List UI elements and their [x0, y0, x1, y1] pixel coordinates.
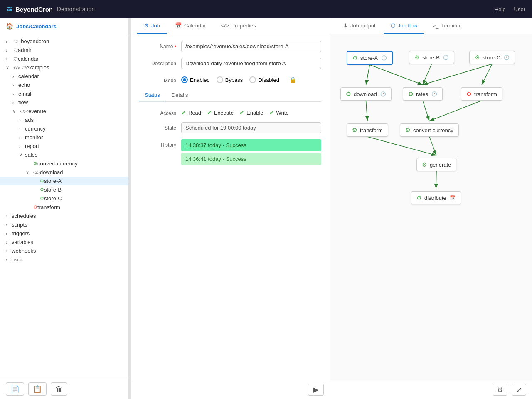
svg-line-8: [429, 101, 482, 121]
sidebar-item-currency[interactable]: ›currency: [0, 124, 128, 133]
tab-calendar[interactable]: 📅 Calendar: [168, 18, 213, 34]
center-panel-tabs: ⚙ Job 📅 Calendar </> Properties: [131, 18, 330, 34]
toggle-icon: ›: [6, 257, 10, 262]
tab-terminal[interactable]: >_ Terminal: [426, 18, 468, 34]
clock-icon: 🕐: [380, 91, 386, 97]
svg-line-4: [423, 64, 492, 85]
new-file-button[interactable]: 📄: [6, 382, 24, 396]
sidebar-item-user[interactable]: ›user: [0, 255, 128, 264]
delete-button[interactable]: 🗑: [51, 382, 67, 396]
sidebar-item-scripts[interactable]: ›scripts: [0, 220, 128, 229]
node-label: transform: [474, 91, 497, 97]
write-label: Write: [276, 110, 289, 116]
tab-properties[interactable]: </> Properties: [214, 18, 263, 34]
sidebar-header: 🏠 Jobs/Calendars: [0, 18, 128, 34]
user-menu[interactable]: User: [514, 6, 525, 12]
sidebar-item-email[interactable]: ›email: [0, 89, 128, 98]
sidebar-item-store-B[interactable]: ⚙store-B: [0, 185, 128, 194]
flow-node-store-B[interactable]: ⚙store-B🕐: [409, 51, 454, 64]
sidebar-item-ads[interactable]: ›ads: [0, 116, 128, 124]
gear-icon: ⚙: [346, 91, 351, 97]
tab-job-label: Job: [151, 22, 160, 29]
settings-button[interactable]: ⚙: [493, 384, 507, 396]
history-list: 14:38:37 today - Success 14:36:41 today …: [181, 139, 321, 165]
description-input[interactable]: [181, 58, 321, 69]
sidebar-item-calendar2[interactable]: ›calendar: [0, 72, 128, 81]
name-input[interactable]: [181, 41, 321, 52]
sidebar-item-schedules[interactable]: ›schedules: [0, 212, 128, 220]
fullscreen-button[interactable]: ⤢: [512, 384, 526, 396]
tab-details[interactable]: Details: [166, 89, 194, 101]
flow-node-transform-top[interactable]: ⚙transform: [461, 87, 502, 101]
play-button[interactable]: ▶: [308, 384, 324, 396]
flow-node-distribute[interactable]: ⚙distribute📅: [411, 191, 461, 204]
tab-job-output[interactable]: ⬇ Job output: [337, 18, 382, 34]
sidebar-item-sales[interactable]: ∨sales: [0, 150, 128, 159]
flow-node-rates[interactable]: ⚙rates🕐: [403, 87, 443, 101]
center-panel: ⚙ Job 📅 Calendar </> Properties Name Des…: [131, 18, 330, 399]
tab-status[interactable]: Status: [139, 89, 166, 101]
node-label: rates: [416, 91, 428, 97]
sidebar-item-variables[interactable]: ›variables: [0, 238, 128, 246]
copy-button[interactable]: 📋: [28, 382, 47, 396]
mode-bypass-option[interactable]: Bypass: [217, 76, 243, 83]
flow-node-store-C[interactable]: ⚙store-C🕐: [469, 51, 515, 64]
sidebar-footer: 📄 📋 🗑: [0, 379, 128, 399]
code-icon: </>: [33, 170, 40, 175]
sidebar-item-store-A[interactable]: ⚙store-A: [0, 177, 128, 185]
toggle-icon: ›: [19, 126, 23, 131]
sidebar-item-label: echo: [18, 82, 30, 88]
tab-job-flow[interactable]: ⬡ Job flow: [384, 18, 424, 34]
sidebar-item-webhooks[interactable]: ›webhooks: [0, 246, 128, 255]
access-write: ✔ Write: [269, 109, 289, 116]
green-gear-icon: ⚙: [33, 161, 37, 166]
sidebar-item-flow[interactable]: ›flow: [0, 98, 128, 107]
radio-bypass[interactable]: [217, 76, 223, 83]
mode-row: Mode Enabled Bypass Disabled 🔒: [139, 75, 321, 84]
right-panel-footer: ⚙ ⤢: [330, 380, 532, 399]
flow-node-convert-currency[interactable]: ⚙convert-currency: [400, 123, 459, 137]
sidebar-item-_beyondcron[interactable]: ›🛡_beyondcron: [0, 37, 128, 46]
access-label: Access: [139, 108, 176, 116]
state-label: State: [139, 122, 176, 131]
gear-icon: ⚙: [352, 54, 358, 61]
help-link[interactable]: Help: [495, 6, 506, 12]
sidebar-item-calendar[interactable]: ›🛡calendar: [0, 54, 128, 63]
sidebar-item-revenue[interactable]: ∨</>revenue: [0, 107, 128, 116]
sidebar-item-monitor[interactable]: ›monitor: [0, 133, 128, 142]
mode-enabled-option[interactable]: Enabled: [181, 76, 210, 83]
radio-disabled[interactable]: [249, 76, 256, 83]
center-panel-footer: ▶: [131, 380, 330, 399]
sidebar-item-label: currency: [25, 126, 46, 132]
gear-icon: ⚙: [416, 195, 422, 201]
sidebar-item-report[interactable]: ›report: [0, 142, 128, 150]
clock-icon: 🕐: [431, 91, 437, 97]
mode-bypass-label: Bypass: [225, 77, 243, 83]
sidebar-item-echo[interactable]: ›echo: [0, 81, 128, 89]
sidebar-item-admin[interactable]: ›🛡admin: [0, 46, 128, 54]
flow-node-generate[interactable]: ⚙generate: [416, 158, 456, 171]
mode-enabled-label: Enabled: [190, 77, 210, 83]
history-item-0[interactable]: 14:38:37 today - Success: [181, 139, 321, 151]
sidebar-item-label: webhooks: [12, 248, 36, 254]
sidebar-item-examples[interactable]: ∨</>🛡examples: [0, 63, 128, 72]
sidebar-item-convert-currency[interactable]: ⚙convert-currency: [0, 159, 128, 168]
svg-line-11: [436, 171, 436, 189]
radio-enabled[interactable]: [181, 76, 188, 83]
flow-node-store-A[interactable]: ⚙store-A🕐: [347, 51, 393, 65]
mode-disabled-option[interactable]: Disabled: [249, 76, 279, 83]
breadcrumb[interactable]: Jobs/Calendars: [16, 23, 57, 30]
code-icon: </>: [13, 65, 20, 70]
sidebar-item-store-C[interactable]: ⚙store-C: [0, 194, 128, 203]
flow-node-download[interactable]: ⚙download🕐: [340, 87, 392, 101]
sidebar-item-triggers[interactable]: ›triggers: [0, 229, 128, 238]
code-tab-icon: </>: [221, 22, 229, 29]
tab-job[interactable]: ⚙ Job: [137, 18, 167, 34]
sidebar-item-download[interactable]: ∨</>download: [0, 168, 128, 177]
sidebar-item-transform[interactable]: ⚙transform: [0, 203, 128, 212]
gear-icon: ⚙: [408, 91, 414, 97]
history-item-1[interactable]: 14:36:41 today - Success: [181, 153, 321, 165]
flow-node-transform-bottom[interactable]: ⚙transform: [347, 123, 388, 137]
topbar: ≋ BeyondCron Demonstration Help User: [0, 0, 532, 18]
description-row: Description: [139, 58, 321, 69]
